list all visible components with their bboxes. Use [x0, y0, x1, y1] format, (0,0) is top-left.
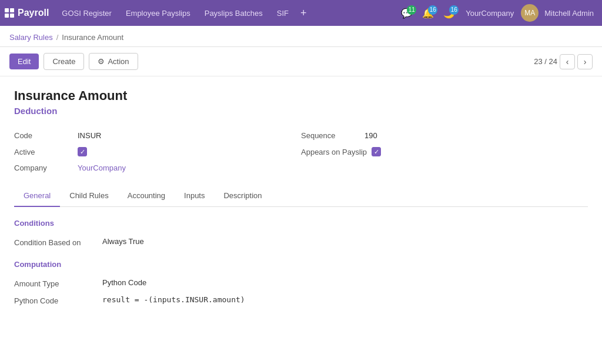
python-code-field: Python Code result = -(inputs.INSUR.amou…	[14, 292, 588, 309]
general-tab-content: Conditions Condition Based on Always Tru…	[14, 219, 588, 309]
fields-grid: Code INSUR Active Company YourCompany Se…	[14, 128, 588, 176]
fields-right: Sequence 190 Appears on Payslip	[301, 128, 588, 176]
amount-type-field: Amount Type Python Code	[14, 275, 588, 292]
nav-sif[interactable]: SIF	[271, 6, 295, 20]
prev-button[interactable]: ‹	[560, 54, 575, 69]
active-label: Active	[14, 148, 73, 156]
pagination-text: 23 / 24	[534, 57, 557, 66]
conditions-header: Conditions	[14, 219, 588, 228]
appears-label: Appears on Payslip	[301, 148, 367, 156]
gear-icon: ⚙	[98, 57, 105, 66]
tab-child-rules[interactable]: Child Rules	[60, 185, 118, 207]
code-value: INSUR	[78, 131, 101, 140]
tab-accounting[interactable]: Accounting	[118, 185, 175, 207]
toolbar: Edit Create ⚙ Action 23 / 24 ‹ ›	[0, 47, 602, 76]
company-value[interactable]: YourCompany	[78, 163, 126, 172]
company-label: Company	[14, 163, 73, 172]
logo-grid-icon	[5, 8, 14, 18]
condition-based-value: Always True	[102, 237, 144, 246]
breadcrumb-separator: /	[56, 33, 59, 42]
python-code-label: Python Code	[14, 295, 102, 305]
action-button[interactable]: ⚙ Action	[89, 53, 138, 70]
chat-icon[interactable]: 💬 11	[397, 5, 416, 21]
top-navigation: Payroll GOSI Register Employee Payslips …	[0, 0, 602, 26]
condition-based-field: Condition Based on Always True	[14, 233, 588, 251]
tab-description[interactable]: Description	[214, 185, 271, 207]
code-label: Code	[14, 131, 73, 140]
chat-badge: 11	[407, 5, 416, 15]
fields-left: Code INSUR Active Company YourCompany	[14, 128, 301, 176]
breadcrumb: Salary Rules / Insurance Amount	[0, 26, 602, 47]
active-field: Active	[14, 143, 301, 160]
notifications-icon[interactable]: 🔔 16	[419, 5, 437, 21]
breadcrumb-parent[interactable]: Salary Rules	[9, 33, 53, 42]
tab-inputs[interactable]: Inputs	[175, 185, 214, 207]
nav-gosi-register[interactable]: GOSI Register	[56, 6, 118, 20]
tab-general[interactable]: General	[14, 185, 60, 207]
sequence-value: 190	[364, 131, 377, 140]
app-logo[interactable]: Payroll	[5, 8, 49, 18]
company-selector[interactable]: YourCompany	[461, 6, 519, 20]
add-icon[interactable]: +	[297, 5, 310, 22]
user-name: Mitchell Admin	[541, 6, 597, 20]
sequence-label: Sequence	[301, 131, 360, 140]
condition-based-label: Condition Based on	[14, 237, 102, 247]
next-button[interactable]: ›	[577, 54, 593, 69]
main-content: Insurance Amount Deduction Code INSUR Ac…	[0, 76, 602, 320]
tabs: General Child Rules Accounting Inputs De…	[14, 185, 588, 207]
sequence-field: Sequence 190	[301, 128, 588, 143]
company-field: Company YourCompany	[14, 160, 301, 176]
nav-employee-payslips[interactable]: Employee Payslips	[120, 6, 196, 20]
appears-checkbox[interactable]	[372, 147, 381, 156]
python-code-value: result = -(inputs.INSUR.amount)	[102, 295, 245, 304]
amount-type-label: Amount Type	[14, 278, 102, 288]
code-field: Code INSUR	[14, 128, 301, 143]
page-wrapper: Payroll GOSI Register Employee Payslips …	[0, 0, 602, 364]
appears-field: Appears on Payslip	[301, 143, 588, 160]
pagination: 23 / 24 ‹ ›	[534, 54, 593, 69]
amount-type-value: Python Code	[102, 278, 146, 287]
notif-badge: 16	[428, 5, 437, 15]
action-button-label: Action	[108, 57, 129, 66]
record-subtitle: Deduction	[14, 106, 588, 116]
app-name: Payroll	[18, 8, 49, 18]
record-title: Insurance Amount	[14, 88, 588, 103]
active-checkbox[interactable]	[78, 147, 87, 156]
create-button[interactable]: Create	[44, 53, 84, 70]
moon-icon[interactable]: 🌙 16	[440, 5, 459, 21]
user-avatar[interactable]: MA	[521, 4, 539, 22]
edit-button[interactable]: Edit	[9, 54, 39, 69]
breadcrumb-current: Insurance Amount	[62, 33, 123, 42]
moon-badge: 16	[449, 5, 459, 15]
computation-header: Computation	[14, 260, 588, 269]
nav-payslips-batches[interactable]: Payslips Batches	[199, 6, 269, 20]
